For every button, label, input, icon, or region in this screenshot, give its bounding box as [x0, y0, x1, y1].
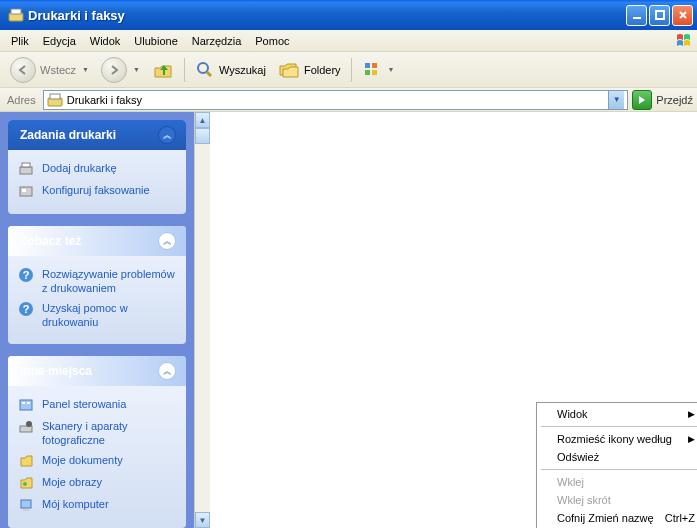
- svg-point-23: [26, 421, 32, 427]
- task-my-computer[interactable]: Mój komputer: [18, 494, 176, 516]
- control-panel-icon: [18, 397, 34, 413]
- chevron-down-icon: ▼: [388, 66, 395, 73]
- windows-flag-icon: [675, 32, 693, 50]
- separator: [351, 58, 352, 82]
- task-configure-fax[interactable]: Konfiguruj faksowanie: [18, 180, 176, 202]
- printers-folder-icon: [47, 92, 63, 108]
- help-icon: ?: [18, 301, 34, 317]
- panel-header-other-places[interactable]: Inne miejsca ︽: [8, 356, 186, 386]
- separator: [541, 426, 697, 427]
- minimize-button[interactable]: [626, 5, 647, 26]
- svg-rect-21: [27, 402, 30, 404]
- svg-text:?: ?: [23, 269, 30, 281]
- pictures-icon: [18, 475, 34, 491]
- scroll-thumb[interactable]: [195, 128, 210, 144]
- address-dropdown-button[interactable]: ▼: [608, 91, 624, 109]
- task-get-print-help[interactable]: ? Uzyskaj pomoc w drukowaniu: [18, 298, 176, 332]
- forward-button[interactable]: ▼: [97, 54, 144, 86]
- printer-add-icon: [18, 161, 34, 177]
- separator: [541, 469, 697, 470]
- svg-rect-22: [20, 426, 32, 432]
- address-field[interactable]: Drukarki i faksy ▼: [43, 90, 629, 110]
- addressbar: Adres Drukarki i faksy ▼ Przejdź: [0, 88, 697, 112]
- printers-folder-icon: [8, 7, 24, 23]
- help-icon: ?: [18, 267, 34, 283]
- svg-text:?: ?: [23, 303, 30, 315]
- svg-rect-1: [11, 9, 21, 14]
- computer-icon: [18, 497, 34, 513]
- ctx-paste: Wklej: [539, 473, 697, 491]
- svg-rect-11: [20, 167, 32, 174]
- task-troubleshoot-printing[interactable]: ? Rozwiązywanie problemów z drukowaniem: [18, 264, 176, 298]
- fax-config-icon: [18, 183, 34, 199]
- chevron-down-icon: ▼: [133, 66, 140, 73]
- scroll-up-button[interactable]: ▲: [195, 112, 210, 128]
- collapse-icon: ︽: [158, 362, 176, 380]
- scroll-down-button[interactable]: ▼: [195, 512, 210, 528]
- svg-point-24: [23, 482, 27, 486]
- task-add-printer[interactable]: Dodaj drukarkę: [18, 158, 176, 180]
- content-area[interactable]: Widok ▶ Rozmieść ikony według ▶ Odśwież …: [210, 112, 697, 528]
- search-icon: [195, 60, 215, 80]
- menu-view[interactable]: Widok: [83, 32, 128, 50]
- toolbar: Wstecz ▼ ▼ Wyszukaj Foldery ▼: [0, 52, 697, 88]
- scanner-icon: [18, 419, 34, 435]
- svg-rect-2: [633, 17, 641, 19]
- svg-rect-3: [656, 11, 664, 19]
- back-button[interactable]: Wstecz ▼: [6, 54, 93, 86]
- collapse-icon: ︽: [158, 232, 176, 250]
- search-button[interactable]: Wyszukaj: [191, 57, 270, 83]
- documents-icon: [18, 453, 34, 469]
- menu-tools[interactable]: Narzędzia: [185, 32, 249, 50]
- ctx-undo-rename[interactable]: Cofnij Zmień nazwę Ctrl+Z: [539, 509, 697, 527]
- maximize-button[interactable]: [649, 5, 670, 26]
- titlebar: Drukarki i faksy: [0, 0, 697, 30]
- views-button[interactable]: ▼: [358, 57, 399, 83]
- svg-rect-14: [22, 189, 26, 192]
- panel-header-see-also[interactable]: Zobacz też ︽: [8, 226, 186, 256]
- panel-see-also: Zobacz też ︽ ? Rozwiązywanie problemów z…: [8, 226, 186, 344]
- svg-rect-12: [22, 163, 30, 167]
- views-icon: [362, 60, 382, 80]
- svg-rect-20: [22, 402, 25, 404]
- menu-edit[interactable]: Edycja: [36, 32, 83, 50]
- panel-header-printer-tasks[interactable]: Zadania drukarki ︽: [8, 120, 186, 150]
- svg-rect-10: [50, 94, 60, 99]
- window-title: Drukarki i faksy: [28, 8, 626, 23]
- address-label: Adres: [4, 94, 39, 106]
- svg-rect-19: [20, 400, 32, 410]
- task-scanners-cameras[interactable]: Skanery i aparaty fotograficzne: [18, 416, 176, 450]
- svg-rect-26: [23, 509, 29, 511]
- svg-rect-6: [372, 63, 377, 68]
- collapse-icon: ︽: [158, 126, 176, 144]
- up-button[interactable]: [148, 56, 178, 84]
- forward-icon: [101, 57, 127, 83]
- separator: [184, 58, 185, 82]
- folders-icon: [278, 60, 300, 80]
- svg-rect-5: [365, 63, 370, 68]
- menu-file[interactable]: Plik: [4, 32, 36, 50]
- menu-favorites[interactable]: Ulubione: [127, 32, 184, 50]
- ctx-paste-shortcut: Wklej skrót: [539, 491, 697, 509]
- svg-rect-7: [365, 70, 370, 75]
- ctx-arrange-icons[interactable]: Rozmieść ikony według ▶: [539, 430, 697, 448]
- folder-up-icon: [152, 59, 174, 81]
- address-text: Drukarki i faksy: [67, 94, 605, 106]
- sidebar-scrollbar[interactable]: ▲ ▼: [194, 112, 210, 528]
- ctx-view[interactable]: Widok ▶: [539, 405, 697, 423]
- task-my-documents[interactable]: Moje dokumenty: [18, 450, 176, 472]
- folders-button[interactable]: Foldery: [274, 57, 345, 83]
- tasks-sidebar: Zadania drukarki ︽ Dodaj drukarkę Konfig…: [0, 112, 194, 528]
- submenu-arrow-icon: ▶: [688, 409, 695, 419]
- context-menu: Widok ▶ Rozmieść ikony według ▶ Odśwież …: [536, 402, 697, 528]
- close-button[interactable]: [672, 5, 693, 26]
- menubar: Plik Edycja Widok Ulubione Narzędzia Pom…: [0, 30, 697, 52]
- svg-rect-25: [21, 500, 31, 508]
- task-my-pictures[interactable]: Moje obrazy: [18, 472, 176, 494]
- submenu-arrow-icon: ▶: [688, 434, 695, 444]
- go-button[interactable]: [632, 90, 652, 110]
- chevron-down-icon: ▼: [82, 66, 89, 73]
- menu-help[interactable]: Pomoc: [248, 32, 296, 50]
- task-control-panel[interactable]: Panel sterowania: [18, 394, 176, 416]
- ctx-refresh[interactable]: Odśwież: [539, 448, 697, 466]
